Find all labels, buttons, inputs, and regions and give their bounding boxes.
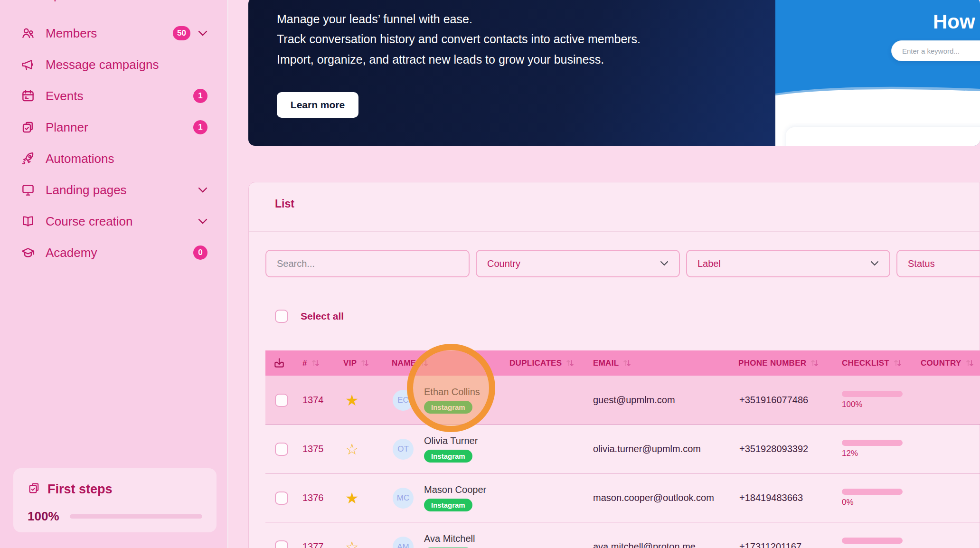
sort-icon[interactable]: [311, 359, 320, 368]
checklist-percent: 12%: [842, 449, 903, 458]
sidebar-item-members[interactable]: Members 50: [0, 20, 228, 47]
row-checkbox[interactable]: [275, 540, 288, 548]
row-checkbox[interactable]: [275, 443, 288, 456]
channel-badge: Instagram: [424, 450, 472, 463]
column-header-country[interactable]: COUNTRY: [921, 350, 974, 376]
first-steps-title: First steps: [47, 482, 113, 497]
country-filter[interactable]: Country: [476, 250, 680, 277]
checklist-percent: 100%: [842, 400, 903, 409]
label-filter[interactable]: Label: [686, 250, 890, 277]
sort-icon[interactable]: [566, 359, 574, 368]
sidebar-item-label: Automations: [46, 151, 114, 166]
list-card: List Country Label Status Select all #: [248, 182, 980, 548]
sort-icon[interactable]: [623, 359, 631, 368]
sort-icon[interactable]: [810, 359, 819, 368]
calendar-icon: [21, 89, 35, 103]
sidebar-item-academy[interactable]: Academy 0: [0, 239, 228, 266]
sidebar-item-planner[interactable]: Planner 1: [0, 114, 228, 141]
members-icon: [21, 26, 35, 40]
sidebar-item-course-creation[interactable]: Course creation: [0, 208, 228, 235]
avatar: OT: [393, 439, 414, 460]
contact-email: guest@upmlm.com: [593, 395, 675, 406]
sort-icon[interactable]: [420, 359, 428, 368]
learn-more-button[interactable]: Learn more: [277, 92, 358, 118]
column-header-checklist[interactable]: CHECKLIST: [842, 350, 902, 376]
sidebar-item-automations[interactable]: Automations: [0, 145, 228, 172]
graduation-cap-icon: [21, 246, 35, 260]
rocket-icon: [21, 151, 35, 166]
banner-line-1: Manage your leads’ funnel with ease.: [277, 12, 472, 26]
planner-count-badge: 1: [193, 120, 207, 134]
contact-name[interactable]: Olivia Turner: [424, 435, 478, 446]
contact-email: ava.mitchell@proton.me: [593, 541, 696, 548]
contact-name[interactable]: Ethan Collins: [424, 387, 480, 397]
table-row[interactable]: 1374 ★ EC Ethan Collins Instagram guest@…: [265, 376, 980, 425]
row-checkbox[interactable]: [275, 394, 288, 407]
avatar: AM: [393, 537, 414, 548]
first-steps-icon: [28, 482, 41, 497]
chevron-down-icon[interactable]: [198, 30, 207, 36]
column-header-id[interactable]: #: [302, 350, 320, 376]
monitor-icon: [21, 183, 35, 197]
help-center-heading: How C: [933, 10, 980, 33]
export-icon[interactable]: [273, 350, 285, 376]
channel-badge: Instagram: [424, 401, 472, 414]
column-header-name[interactable]: NAME: [392, 350, 428, 376]
first-steps-card[interactable]: First steps 100%: [13, 468, 217, 532]
wave-decoration: [775, 79, 980, 98]
row-id: 1376: [302, 492, 324, 503]
vip-star-icon[interactable]: ★: [345, 393, 359, 408]
sidebar-item-events[interactable]: Events 1: [0, 83, 228, 109]
chevron-down-icon: [660, 259, 669, 268]
vip-star-icon[interactable]: ★: [345, 491, 359, 506]
chevron-down-icon: [870, 259, 879, 268]
table-row[interactable]: 1377 ☆ AM Ava Mitchell Instagram ava.mit…: [265, 522, 980, 548]
select-all-row: Select all: [275, 310, 344, 323]
contact-email: olivia.turner@upmlm.com: [593, 444, 701, 454]
checklist-progressbar: [842, 391, 903, 397]
search-box: [265, 250, 470, 277]
members-count-badge: 50: [173, 26, 190, 40]
checklist-progressbar: [842, 440, 903, 446]
column-header-phone[interactable]: PHONE NUMBER: [738, 350, 819, 376]
contact-email: mason.cooper@outlook.com: [593, 492, 714, 503]
contact-phone: +351916077486: [739, 395, 808, 406]
help-center-hero: How C Enter a keyword...: [775, 0, 980, 97]
status-filter[interactable]: Status: [896, 250, 980, 277]
contact-phone: +17311201167: [739, 541, 801, 548]
table-row[interactable]: 1375 ☆ OT Olivia Turner Instagram olivia…: [265, 425, 980, 473]
column-header-email[interactable]: EMAIL: [593, 350, 631, 376]
chevron-down-icon[interactable]: [198, 187, 207, 193]
sidebar: Import Members 50 Message campaigns Even…: [0, 0, 228, 548]
table-header: # VIP NAME DUPLICATES EMAIL PHONE NUMBER…: [265, 350, 980, 376]
sort-icon[interactable]: [966, 359, 974, 368]
search-input[interactable]: [277, 258, 458, 269]
chevron-down-icon[interactable]: [198, 218, 207, 224]
sidebar-item-label: Planner: [46, 120, 88, 135]
events-count-badge: 1: [193, 89, 207, 103]
sort-icon[interactable]: [894, 359, 902, 368]
contact-name[interactable]: Ava Mitchell: [424, 533, 475, 544]
sort-icon[interactable]: [361, 359, 369, 368]
filter-bar: Country Label Status: [265, 250, 980, 277]
column-header-duplicates[interactable]: DUPLICATES: [509, 350, 574, 376]
megaphone-icon: [21, 57, 35, 72]
sidebar-item-landing-pages[interactable]: Landing pages: [0, 177, 228, 203]
row-id: 1377: [302, 541, 324, 548]
column-header-vip[interactable]: VIP: [343, 350, 369, 376]
vip-star-icon[interactable]: ☆: [345, 539, 359, 548]
sidebar-item-label: Course creation: [46, 214, 133, 229]
row-checkbox[interactable]: [275, 491, 288, 505]
sidebar-item-message-campaigns[interactable]: Message campaigns: [0, 51, 228, 78]
sidebar-item-import[interactable]: Import: [40, 0, 75, 2]
checklist-progressbar: [842, 489, 903, 495]
sidebar-item-label: Academy: [46, 246, 97, 260]
vip-star-icon[interactable]: ☆: [345, 442, 359, 457]
table-row[interactable]: 1376 ★ MC Mason Cooper Instagram mason.c…: [265, 473, 980, 522]
first-steps-progressbar: [70, 514, 203, 519]
first-steps-percent: 100%: [28, 509, 59, 524]
help-center-card: [786, 127, 980, 146]
select-all-checkbox[interactable]: [275, 310, 288, 323]
channel-badge: Instagram: [424, 499, 472, 511]
contact-name[interactable]: Mason Cooper: [424, 484, 486, 495]
